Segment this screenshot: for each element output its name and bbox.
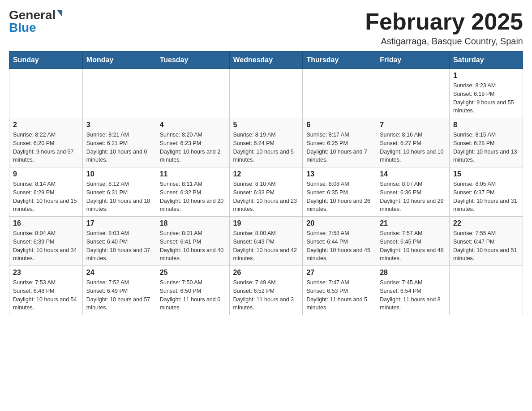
table-row: 12Sunrise: 8:10 AMSunset: 6:33 PMDayligh… [229, 167, 303, 217]
calendar-week-row: 23Sunrise: 7:53 AMSunset: 6:48 PMDayligh… [9, 266, 523, 315]
table-row: 17Sunrise: 8:03 AMSunset: 6:40 PMDayligh… [82, 217, 156, 266]
table-row [9, 69, 83, 118]
day-number: 19 [233, 219, 299, 227]
day-number: 25 [160, 269, 226, 277]
day-info: Sunrise: 8:17 AMSunset: 6:25 PMDaylight:… [306, 131, 372, 164]
table-row: 28Sunrise: 7:45 AMSunset: 6:54 PMDayligh… [376, 266, 450, 315]
table-row: 15Sunrise: 8:05 AMSunset: 6:37 PMDayligh… [450, 167, 523, 217]
day-number: 26 [233, 269, 299, 277]
table-row: 13Sunrise: 8:08 AMSunset: 6:35 PMDayligh… [303, 167, 376, 217]
table-row: 22Sunrise: 7:55 AMSunset: 6:47 PMDayligh… [450, 217, 523, 266]
table-row: 16Sunrise: 8:04 AMSunset: 6:39 PMDayligh… [9, 217, 83, 266]
day-info: Sunrise: 8:05 AMSunset: 6:37 PMDaylight:… [453, 180, 519, 214]
day-info: Sunrise: 8:10 AMSunset: 6:33 PMDaylight:… [233, 180, 299, 214]
day-info: Sunrise: 7:52 AMSunset: 6:49 PMDaylight:… [86, 278, 152, 312]
day-info: Sunrise: 7:58 AMSunset: 6:44 PMDaylight:… [306, 229, 372, 263]
page-header: General Blue February 2025 Astigarraga, … [9, 9, 523, 47]
day-info: Sunrise: 8:11 AMSunset: 6:32 PMDaylight:… [160, 180, 226, 214]
day-number: 11 [160, 170, 226, 178]
day-number: 17 [86, 219, 152, 227]
logo-general: General [9, 9, 56, 21]
day-number: 14 [380, 170, 446, 178]
day-number: 1 [453, 72, 519, 80]
col-thursday: Thursday [303, 51, 376, 69]
col-sunday: Sunday [9, 51, 83, 69]
table-row: 10Sunrise: 8:12 AMSunset: 6:31 PMDayligh… [82, 167, 156, 217]
day-info: Sunrise: 8:04 AMSunset: 6:39 PMDaylight:… [13, 229, 79, 263]
calendar-week-row: 2Sunrise: 8:22 AMSunset: 6:20 PMDaylight… [9, 118, 523, 167]
day-number: 20 [306, 219, 372, 227]
day-number: 23 [13, 269, 79, 277]
col-tuesday: Tuesday [156, 51, 229, 69]
day-number: 12 [233, 170, 299, 178]
day-info: Sunrise: 7:45 AMSunset: 6:54 PMDaylight:… [380, 278, 446, 312]
table-row [376, 69, 450, 118]
day-number: 4 [160, 121, 226, 129]
calendar-table: Sunday Monday Tuesday Wednesday Thursday… [9, 51, 523, 315]
day-info: Sunrise: 8:16 AMSunset: 6:27 PMDaylight:… [380, 131, 446, 164]
logo: General Blue [9, 9, 62, 34]
logo-blue: Blue [9, 21, 36, 34]
title-section: February 2025 Astigarraga, Basque Countr… [365, 9, 523, 47]
logo-triangle-icon [57, 10, 62, 17]
day-number: 27 [306, 269, 372, 277]
day-info: Sunrise: 8:03 AMSunset: 6:40 PMDaylight:… [86, 229, 152, 263]
month-title: February 2025 [365, 9, 523, 34]
table-row [229, 69, 303, 118]
table-row: 1Sunrise: 8:23 AMSunset: 6:19 PMDaylight… [450, 69, 523, 118]
day-number: 24 [86, 269, 152, 277]
table-row [450, 266, 523, 315]
day-number: 6 [306, 121, 372, 129]
day-number: 13 [306, 170, 372, 178]
table-row: 2Sunrise: 8:22 AMSunset: 6:20 PMDaylight… [9, 118, 83, 167]
table-row: 23Sunrise: 7:53 AMSunset: 6:48 PMDayligh… [9, 266, 83, 315]
day-number: 16 [13, 219, 79, 227]
location-title: Astigarraga, Basque Country, Spain [365, 36, 523, 47]
day-info: Sunrise: 7:53 AMSunset: 6:48 PMDaylight:… [13, 278, 79, 312]
table-row [156, 69, 229, 118]
calendar-week-row: 9Sunrise: 8:14 AMSunset: 6:29 PMDaylight… [9, 167, 523, 217]
table-row: 26Sunrise: 7:49 AMSunset: 6:52 PMDayligh… [229, 266, 303, 315]
day-info: Sunrise: 8:00 AMSunset: 6:43 PMDaylight:… [233, 229, 299, 263]
table-row: 24Sunrise: 7:52 AMSunset: 6:49 PMDayligh… [82, 266, 156, 315]
day-number: 18 [160, 219, 226, 227]
day-info: Sunrise: 8:22 AMSunset: 6:20 PMDaylight:… [13, 131, 79, 164]
day-number: 22 [453, 219, 519, 227]
table-row: 9Sunrise: 8:14 AMSunset: 6:29 PMDaylight… [9, 167, 83, 217]
table-row: 14Sunrise: 8:07 AMSunset: 6:36 PMDayligh… [376, 167, 450, 217]
table-row: 20Sunrise: 7:58 AMSunset: 6:44 PMDayligh… [303, 217, 376, 266]
table-row [303, 69, 376, 118]
day-info: Sunrise: 7:57 AMSunset: 6:45 PMDaylight:… [380, 229, 446, 263]
table-row: 27Sunrise: 7:47 AMSunset: 6:53 PMDayligh… [303, 266, 376, 315]
day-info: Sunrise: 8:20 AMSunset: 6:23 PMDaylight:… [160, 131, 226, 164]
day-info: Sunrise: 7:47 AMSunset: 6:53 PMDaylight:… [306, 278, 372, 312]
col-monday: Monday [82, 51, 156, 69]
day-number: 2 [13, 121, 79, 129]
table-row: 18Sunrise: 8:01 AMSunset: 6:41 PMDayligh… [156, 217, 229, 266]
day-info: Sunrise: 8:19 AMSunset: 6:24 PMDaylight:… [233, 131, 299, 164]
day-number: 3 [86, 121, 152, 129]
day-number: 7 [380, 121, 446, 129]
table-row: 11Sunrise: 8:11 AMSunset: 6:32 PMDayligh… [156, 167, 229, 217]
day-number: 15 [453, 170, 519, 178]
day-number: 21 [380, 219, 446, 227]
col-friday: Friday [376, 51, 450, 69]
day-number: 28 [380, 269, 446, 277]
day-info: Sunrise: 7:55 AMSunset: 6:47 PMDaylight:… [453, 229, 519, 263]
day-info: Sunrise: 8:01 AMSunset: 6:41 PMDaylight:… [160, 229, 226, 263]
day-info: Sunrise: 8:12 AMSunset: 6:31 PMDaylight:… [86, 180, 152, 214]
day-number: 8 [453, 121, 519, 129]
day-info: Sunrise: 8:21 AMSunset: 6:21 PMDaylight:… [86, 131, 152, 164]
table-row: 19Sunrise: 8:00 AMSunset: 6:43 PMDayligh… [229, 217, 303, 266]
day-info: Sunrise: 8:08 AMSunset: 6:35 PMDaylight:… [306, 180, 372, 214]
table-row: 8Sunrise: 8:15 AMSunset: 6:28 PMDaylight… [450, 118, 523, 167]
table-row: 25Sunrise: 7:50 AMSunset: 6:50 PMDayligh… [156, 266, 229, 315]
table-row: 21Sunrise: 7:57 AMSunset: 6:45 PMDayligh… [376, 217, 450, 266]
day-info: Sunrise: 7:49 AMSunset: 6:52 PMDaylight:… [233, 278, 299, 312]
table-row: 7Sunrise: 8:16 AMSunset: 6:27 PMDaylight… [376, 118, 450, 167]
day-number: 9 [13, 170, 79, 178]
table-row [82, 69, 156, 118]
day-info: Sunrise: 7:50 AMSunset: 6:50 PMDaylight:… [160, 278, 226, 312]
table-row: 6Sunrise: 8:17 AMSunset: 6:25 PMDaylight… [303, 118, 376, 167]
day-number: 10 [86, 170, 152, 178]
